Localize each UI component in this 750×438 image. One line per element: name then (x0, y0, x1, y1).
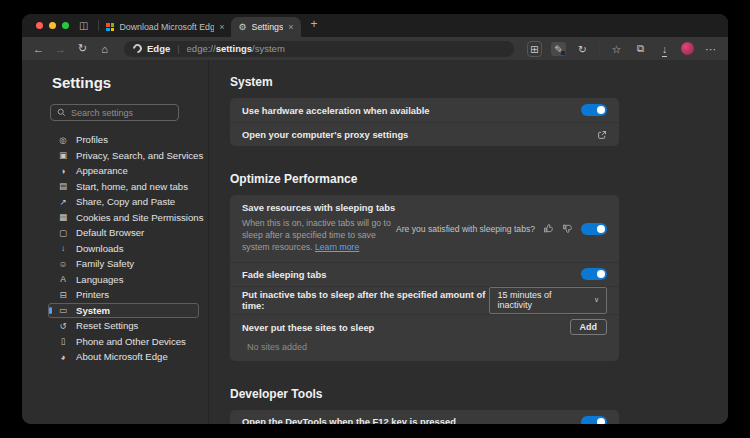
toolbar-divider (599, 43, 600, 54)
add-site-button[interactable]: Add (570, 319, 608, 335)
sidebar-item-appearance[interactable]: ◑ Appearance (48, 163, 199, 179)
devtools-heading: Developer Tools (230, 387, 728, 401)
new-tab-button[interactable]: + (311, 17, 318, 31)
sidebar-item-downloads[interactable]: ↓ Downloads (48, 241, 199, 257)
privacy-lock-icon: ▣ (58, 150, 68, 160)
chevron-down-icon: ∨ (594, 296, 599, 304)
address-bar[interactable]: Edge | edge://settings/system (124, 41, 514, 57)
sidebar-item-printers[interactable]: ⊟ Printers (48, 287, 199, 303)
collections-icon[interactable]: ⧉ (633, 42, 648, 55)
external-link-icon[interactable] (597, 130, 607, 140)
profile-avatar[interactable] (681, 42, 694, 55)
optimize-card: Save resources with sleeping tabs When t… (230, 195, 619, 361)
sidebar-item-languages[interactable]: A Languages (48, 272, 199, 288)
close-tab-icon[interactable]: × (219, 22, 224, 32)
address-badge: Edge (147, 43, 170, 54)
tab-title: Settings (252, 22, 284, 32)
sidebar-item-cookies-permissions[interactable]: ▦ Cookies and Site Permissions (48, 210, 199, 226)
sleeping-tabs-row: Save resources with sleeping tabs When t… (230, 195, 619, 262)
printer-icon: ⊟ (58, 290, 68, 300)
sidebar-item-about-edge[interactable]: ◕ About Microsoft Edge (48, 349, 199, 365)
sidebar-list: ◎ Profiles ▣ Privacy, Search, and Servic… (22, 132, 208, 365)
url-path: /system (252, 43, 285, 54)
address-separator: | (177, 44, 179, 54)
optimize-heading: Optimize Performance (230, 172, 728, 186)
window-controls (22, 14, 79, 37)
download-arrow-icon: ↓ (58, 243, 68, 253)
family-icon: ☺ (58, 259, 68, 269)
tab-title: Download Microsoft Edge We (119, 22, 214, 32)
cookies-icon: ▦ (58, 212, 68, 222)
forward-icon[interactable]: → (54, 43, 67, 55)
back-icon[interactable]: ← (32, 43, 45, 55)
url-scheme: edge:// (187, 43, 216, 54)
thumbs-down-icon[interactable] (562, 223, 573, 234)
system-heading: System (230, 75, 728, 89)
profiles-icon: ◎ (58, 135, 68, 145)
sidebar-item-system[interactable]: ▭ System (48, 303, 199, 319)
more-menu-icon[interactable]: ⋯ (703, 43, 718, 55)
refresh-sync-icon[interactable]: ↻ (575, 43, 590, 55)
url-host: settings (216, 43, 252, 54)
tab-strip: ◫ Download Microsoft Edge We × ⚙ Setting… (22, 14, 728, 37)
phone-icon: ▯ (58, 336, 68, 346)
sidebar-item-reset-settings[interactable]: ↺ Reset Settings (48, 318, 199, 334)
sleep-timeout-select[interactable]: 15 minutes of inactivity ∨ (489, 287, 607, 314)
sidebar-item-family-safety[interactable]: ☺ Family Safety (48, 256, 199, 272)
sidebar-item-start-home-tabs[interactable]: ▤ Start, home, and new tabs (48, 179, 199, 195)
sidebar-item-privacy[interactable]: ▣ Privacy, Search, and Services (48, 148, 199, 164)
favorites-icon[interactable]: ☆ (609, 43, 624, 55)
sleeping-tabs-toggle[interactable] (581, 223, 607, 235)
web-capture-icon[interactable]: ✎ (551, 42, 566, 56)
gear-icon: ⚙ (238, 22, 246, 32)
close-tab-icon[interactable]: × (288, 22, 293, 32)
downloads-icon[interactable]: ↓ (657, 43, 672, 55)
settings-content: System Use hardware acceleration when av… (209, 60, 728, 424)
sidebar-item-profiles[interactable]: ◎ Profiles (48, 132, 199, 148)
edge-logo-icon (131, 42, 144, 55)
devtools-card: Open the DevTools when the F12 key is pr… (230, 410, 619, 424)
fade-sleeping-tabs-row: Fade sleeping tabs (230, 262, 619, 286)
sidebar-item-default-browser[interactable]: ▢ Default Browser (48, 225, 199, 241)
close-window-button[interactable] (36, 22, 43, 29)
learn-more-link[interactable]: Learn more (315, 242, 359, 252)
reload-icon[interactable]: ↻ (76, 42, 89, 55)
system-card: Use hardware acceleration when available… (230, 98, 619, 146)
proxy-settings-row[interactable]: Open your computer's proxy settings (230, 122, 619, 146)
thumbs-up-icon[interactable] (543, 223, 554, 234)
devtools-f12-toggle[interactable] (581, 416, 607, 424)
reset-icon: ↺ (58, 321, 68, 331)
sidebar-item-share-copy-paste[interactable]: ↗ Share, Copy and Paste (48, 194, 199, 210)
no-sites-added-text: No sites added (230, 340, 619, 361)
sidebar-item-phone-devices[interactable]: ▯ Phone and Other Devices (48, 334, 199, 350)
browser-window: ◫ Download Microsoft Edge We × ⚙ Setting… (22, 14, 728, 424)
hardware-acceleration-row: Use hardware acceleration when available (230, 98, 619, 122)
settings-sidebar: Settings ◎ Profiles ▣ Privacy, Search, a… (22, 60, 209, 424)
tab-download-edge[interactable]: Download Microsoft Edge We × (99, 17, 231, 37)
sleep-timeout-row: Put inactive tabs to sleep after the spe… (230, 286, 619, 314)
edge-swirl-icon: ◕ (58, 352, 68, 362)
url-text: edge://settings/system (187, 43, 285, 54)
zoom-window-button[interactable] (62, 22, 69, 29)
toolbar: ← → ↻ ⌂ Edge | edge://settings/system ⊞ … (22, 37, 728, 60)
page-title: Settings (52, 74, 208, 91)
share-icon: ↗ (58, 197, 68, 207)
search-icon (57, 108, 66, 117)
home-icon[interactable]: ⌂ (98, 43, 111, 55)
search-input[interactable] (71, 108, 172, 118)
fade-sleeping-tabs-toggle[interactable] (581, 268, 607, 280)
tab-settings[interactable]: ⚙ Settings × (231, 17, 300, 37)
microsoft-logo-icon (106, 23, 114, 31)
tab-overview-icon[interactable]: ◫ (79, 20, 88, 31)
minimize-window-button[interactable] (49, 22, 56, 29)
devtools-f12-row: Open the DevTools when the F12 key is pr… (230, 410, 619, 424)
app-body: Settings ◎ Profiles ▣ Privacy, Search, a… (22, 60, 728, 424)
feedback-question: Are you satisfied with sleeping tabs? (396, 224, 535, 234)
hardware-acceleration-toggle[interactable] (581, 104, 607, 116)
sleeping-tabs-label: Save resources with sleeping tabs (242, 202, 396, 213)
browser-window-icon: ▢ (58, 228, 68, 238)
appearance-icon: ◑ (58, 166, 68, 176)
never-sleep-row: Never put these sites to sleep Add (230, 314, 619, 340)
split-screen-icon[interactable]: ⊞ (527, 41, 542, 57)
settings-search[interactable] (50, 104, 179, 121)
